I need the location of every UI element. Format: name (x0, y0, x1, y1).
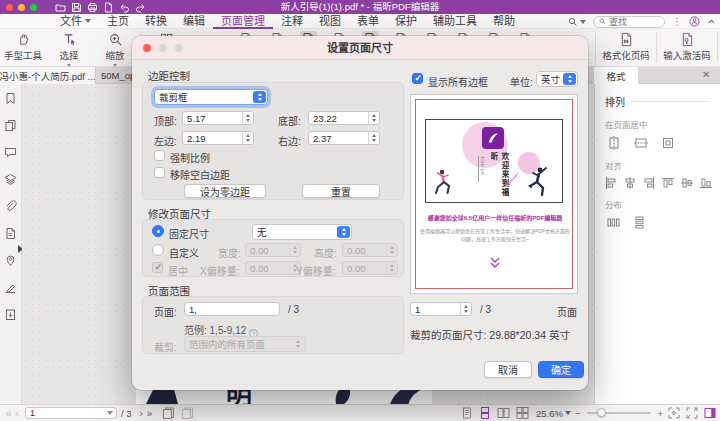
right-margin-input[interactable]: 2.37 (308, 131, 380, 145)
menu-edit[interactable]: 编辑 (175, 14, 213, 29)
page-total-label: / 3 (121, 408, 132, 419)
cancel-button[interactable]: 取消 (484, 361, 532, 378)
center-both-icon[interactable] (661, 136, 675, 150)
zoom-in-icon[interactable]: + (657, 408, 663, 419)
custom-size-radio[interactable] (152, 244, 164, 256)
align-bottom-icon[interactable] (700, 177, 712, 189)
format-page-number-button[interactable]: 格式化页码 (598, 29, 654, 62)
zoom-window-button[interactable] (30, 4, 37, 11)
leaf-decoration (506, 172, 520, 188)
bookmarks-icon[interactable] (4, 92, 17, 105)
remove-white-margins-checkbox[interactable] (154, 167, 165, 178)
single-page-view-icon[interactable] (461, 407, 473, 419)
stepper-icon[interactable] (368, 132, 379, 144)
zoom-out-icon[interactable]: − (575, 408, 581, 419)
distribute-vertical-icon[interactable] (633, 216, 646, 229)
toggle-panel-icon[interactable] (704, 407, 716, 419)
layers-icon[interactable] (4, 173, 17, 186)
center-vertical-icon[interactable] (634, 136, 648, 150)
bottom-margin-input[interactable]: 23.22 (308, 111, 380, 125)
menu-help[interactable]: 帮助 (485, 14, 523, 29)
pages-icon[interactable] (4, 119, 17, 132)
box-type-dropdown[interactable]: 裁剪框 (154, 89, 268, 105)
menu-comment[interactable]: 注释 (273, 14, 311, 29)
facing-continuous-view-icon[interactable] (516, 407, 529, 419)
jumping-person-right (526, 166, 552, 196)
fullscreen-icon[interactable] (686, 407, 698, 419)
align-left-icon[interactable] (605, 177, 617, 189)
align-right-icon[interactable] (643, 177, 655, 189)
zero-margin-button[interactable]: 设为零边距 (184, 184, 266, 198)
close-panel-icon[interactable]: ✕ (702, 69, 710, 80)
new-document-icon[interactable] (103, 2, 114, 13)
page-range-input[interactable]: 1, (184, 302, 280, 316)
tab-format-panel[interactable]: 格式 (594, 67, 638, 84)
zoom-slider-knob[interactable] (597, 408, 606, 417)
activation-code-button[interactable]: 输入激活码 (659, 29, 715, 62)
save-icon[interactable] (71, 2, 82, 13)
stepper-icon[interactable] (368, 112, 379, 124)
select-tool-button[interactable]: 选择 (46, 29, 92, 67)
comments-icon[interactable] (4, 146, 17, 159)
hand-tool-button[interactable]: 手型工具 (0, 29, 46, 62)
next-page-icon[interactable]: › (137, 408, 144, 419)
close-window-button[interactable] (6, 4, 13, 11)
align-middle-icon[interactable] (681, 177, 693, 189)
previous-view-icon[interactable] (162, 407, 175, 419)
zoom-slider[interactable] (587, 412, 651, 414)
show-all-borders-checkbox[interactable] (412, 73, 423, 84)
menu-accessibility[interactable]: 辅助工具 (425, 14, 485, 29)
menu-form[interactable]: 表单 (349, 14, 387, 29)
print-icon[interactable] (87, 2, 98, 13)
top-margin-input[interactable]: 5.17 (182, 111, 254, 125)
ok-button[interactable]: 确定 (538, 361, 584, 378)
attachments-icon[interactable] (4, 200, 17, 213)
menu-protect[interactable]: 保护 (387, 14, 425, 29)
reset-button[interactable]: 重置 (302, 184, 380, 198)
undo-icon[interactable] (119, 2, 130, 13)
menu-view[interactable]: 视图 (311, 14, 349, 29)
previous-page-icon[interactable]: ‹ (14, 408, 21, 419)
file-properties-icon[interactable] (4, 227, 17, 240)
distribute-horizontal-icon[interactable] (607, 216, 620, 229)
page-number-input[interactable]: 1 (25, 407, 117, 419)
fixed-size-radio[interactable] (152, 225, 164, 237)
constrain-proportions-checkbox[interactable] (154, 150, 165, 161)
redo-icon[interactable] (135, 2, 146, 13)
unit-dropdown[interactable]: 英寸 (536, 71, 578, 87)
minimize-window-button[interactable] (18, 4, 25, 11)
left-margin-input[interactable]: 2.19 (182, 131, 254, 145)
menu-convert[interactable]: 转换 (137, 14, 175, 29)
zoom-level-label[interactable]: 25.6% (536, 408, 571, 419)
menu-file[interactable]: 文件 (52, 14, 99, 29)
stepper-icon[interactable] (242, 132, 253, 144)
stepper-icon[interactable] (242, 112, 253, 124)
search-box[interactable] (593, 16, 665, 28)
align-center-h-icon[interactable] (624, 177, 636, 189)
facing-view-icon[interactable] (497, 407, 510, 419)
quick-tool-dropdown[interactable] (568, 17, 586, 27)
fixed-size-dropdown[interactable]: 无 (252, 224, 352, 240)
page-preview[interactable]: JOIN US 欢迎来到福昕 感谢您如全球6.5亿用户一样信任福昕的PDF编辑器… (410, 94, 578, 294)
account-avatar[interactable] (689, 16, 700, 27)
stepper-icon[interactable] (460, 303, 471, 315)
signature-icon[interactable] (4, 281, 17, 294)
export-panel-icon[interactable] (4, 308, 17, 321)
last-page-icon[interactable]: » (145, 408, 155, 419)
collapse-ribbon-icon[interactable] (707, 17, 716, 26)
next-view-icon[interactable] (181, 407, 194, 419)
tab-document-1[interactable]: 冯小惠-个人简历.pdf ... (0, 67, 96, 84)
preview-page-input[interactable]: 1 (410, 302, 472, 316)
destinations-icon[interactable] (4, 254, 17, 267)
align-top-icon[interactable] (662, 177, 674, 189)
tab-document-2[interactable]: 50M_opt (97, 67, 137, 84)
continuous-view-icon-active[interactable] (479, 407, 491, 419)
more-options-icon[interactable]: ⋮ (672, 16, 682, 27)
search-input[interactable] (609, 17, 659, 27)
center-horizontal-icon[interactable] (607, 136, 621, 150)
menu-page-management[interactable]: 页面管理 (213, 14, 273, 29)
open-file-icon[interactable] (55, 2, 66, 13)
first-page-icon[interactable]: « (4, 408, 14, 419)
menu-home[interactable]: 主页 (99, 14, 137, 29)
fit-page-icon[interactable] (668, 407, 680, 419)
